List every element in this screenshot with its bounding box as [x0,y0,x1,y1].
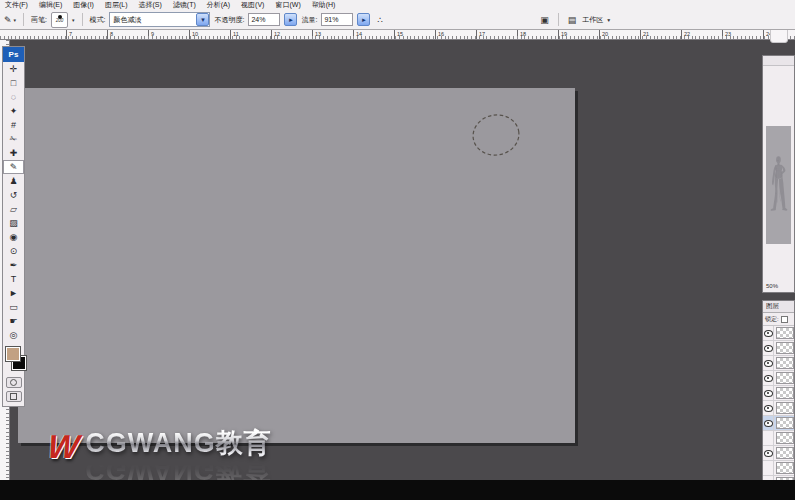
eraser-tool[interactable]: ▱ [3,202,24,216]
brush-stroke-circle [470,111,522,159]
brush-preset-picker[interactable]: 200 [51,12,68,28]
ruler-number: 7 [66,29,107,39]
layer-row[interactable] [763,326,794,341]
layer-row[interactable] [763,446,794,461]
tool-icon: ▨ [9,218,18,228]
navigator-thumbnail[interactable] [766,126,791,244]
layer-row[interactable] [763,371,794,386]
layer-visibility-toggle[interactable] [763,356,774,370]
menu-window[interactable]: 窗口(W) [275,0,300,10]
divider [23,13,24,26]
flow-input[interactable]: 91% [321,13,353,26]
menu-help[interactable]: 帮助(H) [312,0,336,10]
dropdown-arrow-icon[interactable]: ▼ [196,13,209,26]
opacity-value: 24% [251,16,265,23]
flow-label: 流量: [301,15,317,25]
photoshop-logo: Ps [3,47,24,62]
flow-slider-arrow-icon[interactable]: ► [357,13,370,26]
zoom-tool[interactable]: ◎ [3,328,24,342]
menu-filter[interactable]: 滤镜(T) [173,0,196,10]
brush-tool[interactable]: ✎ [3,160,24,174]
tool-icon: ◉ [10,232,18,242]
gradient-tool[interactable]: ▨ [3,216,24,230]
ruler-number: 20 [599,29,640,39]
layer-visibility-toggle[interactable] [763,401,774,415]
chevron-down-icon[interactable]: ▾ [72,17,75,23]
layer-thumbnail[interactable] [776,387,794,399]
eye-icon [764,390,773,397]
eye-icon [764,375,773,382]
ruler-number: 21 [640,29,681,39]
blur-tool[interactable]: ◉ [3,230,24,244]
dodge-tool[interactable]: ⊙ [3,244,24,258]
layer-visibility-toggle[interactable] [763,371,774,385]
menu-select[interactable]: 选择(S) [138,0,161,10]
layer-visibility-toggle[interactable] [763,416,774,430]
rectangular-marquee-tool[interactable]: □ [3,76,24,90]
ruler-number: 8 [107,29,148,39]
layer-row[interactable] [763,416,794,431]
layer-thumbnail[interactable] [776,327,794,339]
menu-image[interactable]: 图像(I) [73,0,94,10]
layer-visibility-toggle[interactable] [763,386,774,400]
layer-visibility-toggle[interactable] [763,431,774,445]
layer-visibility-toggle[interactable] [763,326,774,340]
quick-mask-button[interactable] [6,377,22,388]
toggle-palettes-icon[interactable]: ▣ [540,15,549,25]
layer-row[interactable] [763,431,794,446]
menu-layer[interactable]: 图层(L) [105,0,128,10]
ruler-number: 23 [722,29,763,39]
brushes-panel-icon[interactable]: ▤ [568,15,577,25]
layer-thumbnail[interactable] [776,372,794,384]
eye-icon [764,330,773,337]
layer-thumbnail[interactable] [776,432,794,444]
layer-visibility-toggle[interactable] [763,341,774,355]
lasso-tool[interactable]: ◌ [3,90,24,104]
tool-icon: ✦ [10,106,18,116]
layer-thumbnail[interactable] [776,417,794,429]
pen-tool[interactable]: ✒ [3,258,24,272]
layer-row[interactable] [763,341,794,356]
shape-tool[interactable]: ▭ [3,300,24,314]
screen-mode-button[interactable] [6,391,22,402]
slice-tool[interactable]: ✁ [3,132,24,146]
layer-row[interactable] [763,386,794,401]
layer-visibility-toggle[interactable] [763,461,774,475]
layer-visibility-toggle[interactable] [763,446,774,460]
tool-icon: ► [9,288,18,298]
layer-row[interactable] [763,461,794,476]
magic-wand-tool[interactable]: ✦ [3,104,24,118]
menu-file[interactable]: 文件(F) [5,0,28,10]
opacity-input[interactable]: 24% [248,13,280,26]
workspace-label: 工作区 [582,15,603,25]
layer-row[interactable] [763,401,794,416]
menu-edit[interactable]: 编辑(E) [39,0,62,10]
blend-mode-select[interactable]: 颜色减淡 ▼ [109,12,210,27]
layers-panel-tab[interactable]: 图层 [763,301,794,313]
layer-thumbnail[interactable] [776,342,794,354]
clone-stamp-tool[interactable]: ♟ [3,174,24,188]
healing-brush-tool[interactable]: ✚ [3,146,24,160]
foreground-color-swatch[interactable] [6,347,20,361]
layer-thumbnail[interactable] [776,462,794,474]
menu-analysis[interactable]: 分析(A) [207,0,230,10]
layer-thumbnail[interactable] [776,402,794,414]
hand-tool[interactable]: ☛ [3,314,24,328]
path-selection-tool[interactable]: ► [3,286,24,300]
current-tool-chip[interactable]: ✎ ▾ [4,15,16,25]
airbrush-toggle-icon[interactable]: ∴ [374,14,386,26]
history-brush-tool[interactable]: ↺ [3,188,24,202]
letterbox-bar [0,480,795,500]
type-tool[interactable]: T [3,272,24,286]
menu-view[interactable]: 视图(V) [241,0,264,10]
layer-thumbnail[interactable] [776,357,794,369]
app: { "menu_bar": { "items": [ {"label":"文件(… [0,0,795,500]
layer-row[interactable] [763,356,794,371]
toolbox-panel: Ps ✛ □ ◌ ✦ # ✁ ✚ ✎ ♟ ↺ ▱ ▨ ◉ ⊙ ✒ [2,46,25,407]
lock-transparency-icon[interactable] [781,316,788,323]
crop-tool[interactable]: # [3,118,24,132]
opacity-slider-arrow-icon[interactable]: ► [284,13,297,26]
layer-thumbnail[interactable] [776,447,794,459]
workspace-dropdown[interactable]: 工作区 ▼ [582,15,611,25]
move-tool[interactable]: ✛ [3,62,24,76]
